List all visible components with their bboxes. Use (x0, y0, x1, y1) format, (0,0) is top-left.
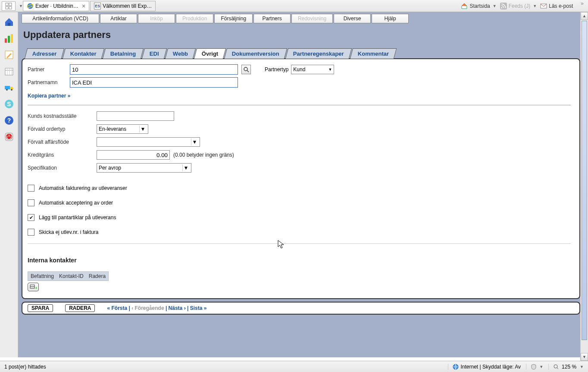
copy-partner-link[interactable]: Kopiera partner » (28, 93, 70, 99)
partnernamn-input[interactable] (70, 77, 238, 88)
top-menu-forsaljning[interactable]: Försäljning (214, 14, 253, 23)
th-kontaktid: Kontakt-ID (56, 272, 86, 281)
sidebar-chart-icon[interactable] (3, 33, 15, 44)
main-area: Artikelinformation (VCD) Artiklar Inköp … (18, 12, 588, 357)
footer-nav: SPARA RADERA « Första | ‹ Föregående | N… (22, 302, 580, 315)
top-menu-hjalp[interactable]: Hjälp (372, 14, 409, 23)
pager-first[interactable]: « Första (107, 305, 127, 311)
sidebar-truck-icon[interactable] (3, 82, 15, 93)
browser-right-toolbar: Startsida ▼ Feeds (J) ▼ Läs e-post » (461, 3, 584, 9)
top-menu-produktion: Produktion (176, 14, 213, 23)
sidebar-calendar-icon[interactable] (3, 66, 15, 77)
top-menu-artiklar[interactable]: Artiklar (100, 14, 137, 23)
svg-rect-9 (8, 23, 10, 26)
pager-next[interactable]: Nästa › (169, 305, 186, 311)
kostnadsstalle-input[interactable] (97, 111, 174, 121)
affarsflode-select[interactable]: ▼ (97, 137, 200, 147)
chevron-down-icon: ▼ (533, 4, 537, 8)
zoom-control[interactable]: 125 % ▼ (548, 364, 584, 370)
browser-chrome: ▼ Exder · Utbildnin… × ES Välkommen till… (0, 0, 588, 12)
sidebar-home-icon[interactable] (3, 16, 15, 28)
checkbox-label: Lägg till pantartiklar på utleverans (39, 214, 116, 221)
chevron-down-icon: ▼ (191, 139, 198, 145)
feeds-link: Feeds (J) ▼ (500, 3, 537, 9)
expand-toolbar-icon[interactable]: » (581, 0, 584, 6)
th-befattning: Befattning (28, 272, 56, 281)
checkbox-skicka-ej[interactable] (28, 229, 34, 236)
tab-dokumentversion[interactable]: Dokumentversion (224, 48, 287, 59)
mail-link[interactable]: Läs e-post (540, 3, 573, 9)
partner-input[interactable] (70, 64, 238, 75)
svg-rect-0 (6, 3, 8, 6)
scroll-down-icon[interactable]: ▼ (581, 353, 588, 361)
top-menu-inkop: Inköp (138, 14, 175, 23)
tabs-row: Adresser Kontakter Betalning EDI Webb Öv… (26, 48, 580, 59)
svg-line-29 (247, 70, 249, 72)
tab-thumbnails-button[interactable] (2, 1, 16, 11)
partnertyp-label: Partnertyp (265, 66, 288, 73)
shield-icon[interactable] (531, 364, 537, 370)
tab-kontakter[interactable]: Kontakter (63, 48, 104, 59)
partner-search-button[interactable] (241, 65, 251, 74)
partnertyp-select[interactable]: Kund ▼ (291, 65, 334, 74)
specifikation-value: Per avrop (99, 165, 121, 171)
top-menu-title[interactable]: Artikelinformation (VCD) (22, 14, 99, 23)
browser-tab-inactive[interactable]: ES Välkommen till Exp… (90, 1, 156, 11)
search-icon (243, 66, 249, 73)
checkbox-auto-faktura[interactable] (28, 185, 34, 192)
browser-tab-title: Exder · Utbildnin… (35, 3, 78, 9)
browser-tab-active[interactable]: Exder · Utbildnin… × (23, 1, 89, 11)
scroll-thumb[interactable] (582, 21, 587, 340)
left-sidebar: S ? (0, 12, 18, 357)
kreditgrans-input[interactable] (97, 150, 170, 160)
sidebar-edit-icon[interactable] (3, 49, 15, 60)
partner-header-block: Partner Partnertyp Kund ▼ Partnernamn (28, 64, 571, 105)
tab-edi[interactable]: EDI (142, 48, 167, 59)
vertical-scrollbar[interactable]: ▲ ▼ (580, 12, 588, 361)
chevron-down-icon[interactable]: ▼ (493, 4, 497, 8)
svg-rect-10 (5, 38, 7, 43)
status-left: 1 post(er) hittades (4, 364, 46, 370)
svg-rect-12 (11, 34, 13, 43)
tab-partneregenskaper[interactable]: Partneregenskaper (285, 48, 352, 59)
globe-icon (453, 364, 459, 370)
tab-kommentar[interactable]: Kommentar (350, 48, 397, 59)
specifikation-select[interactable]: Per avrop ▼ (97, 163, 191, 173)
sidebar-coin-icon[interactable]: S (3, 98, 15, 110)
top-menu-partners[interactable]: Partners (253, 14, 291, 23)
delete-button[interactable]: RADERA (65, 304, 95, 312)
table-header: Befattning Kontakt-ID Radera (28, 271, 109, 281)
close-tab-icon[interactable]: × (82, 3, 85, 9)
kostnadsstalle-label: Kunds kostnadsställe (28, 113, 97, 119)
top-menu-diverse[interactable]: Diverse (334, 14, 371, 23)
ordertyp-value: En-leverans (99, 126, 126, 132)
checkbox-label: Automatisk acceptering av order (39, 200, 113, 206)
sidebar-power-icon[interactable] (3, 131, 15, 142)
svg-text:+: + (35, 286, 37, 290)
tab-ovrigt[interactable]: Övrigt (194, 48, 226, 59)
tab-betalning[interactable]: Betalning (103, 48, 144, 59)
interna-kontakter-heading: Interna kontakter (28, 257, 571, 264)
ordertyp-select[interactable]: En-leverans ▼ (97, 124, 148, 134)
chevron-down-icon: ▼ (328, 67, 332, 72)
tab-webb[interactable]: Webb (165, 48, 196, 59)
checkbox-pantartiklar[interactable]: ✔ (28, 214, 34, 221)
scroll-up-icon[interactable]: ▲ (581, 12, 588, 20)
pager-last[interactable]: Sista » (190, 305, 207, 311)
svg-text:S: S (7, 101, 11, 107)
tab-adresser[interactable]: Adresser (25, 48, 65, 59)
mail-label: Läs e-post (549, 3, 573, 9)
svg-rect-1 (9, 3, 12, 6)
home-link[interactable]: Startsida ▼ (461, 3, 496, 9)
chevron-down-icon: ▼ (182, 164, 189, 171)
chevron-down-icon[interactable]: ▼ (539, 365, 543, 369)
svg-rect-2 (6, 6, 8, 9)
save-button[interactable]: SPARA (28, 304, 53, 312)
add-row-button[interactable]: + (28, 283, 39, 291)
svg-point-7 (501, 7, 502, 8)
chevron-down-icon[interactable]: ▼ (19, 4, 23, 8)
chevron-down-icon[interactable]: ▼ (580, 365, 584, 369)
partner-label: Partner (28, 66, 66, 73)
checkbox-auto-accept[interactable] (28, 199, 34, 206)
sidebar-help-icon[interactable]: ? (3, 115, 15, 126)
